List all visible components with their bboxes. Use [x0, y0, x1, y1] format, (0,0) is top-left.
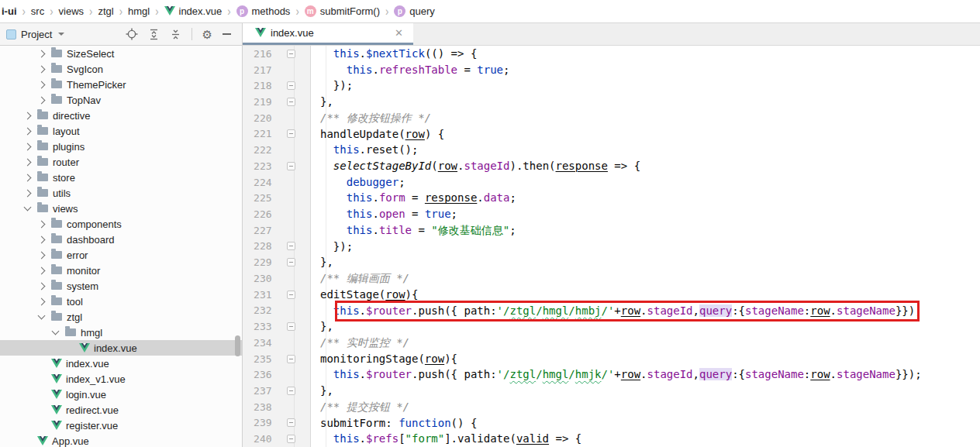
code-line[interactable]: this.$nextTick(() => { [320, 46, 980, 62]
tree-item-register-vue[interactable]: register.vue [0, 418, 242, 433]
tree-item-topnav[interactable]: TopNav [0, 92, 242, 108]
tree-item-monitor[interactable]: monitor [0, 263, 242, 278]
chevron-right-icon[interactable] [24, 189, 32, 197]
tree-item-index-vue[interactable]: index.vue [0, 356, 242, 371]
tree-item-svgicon[interactable]: SvgIcon [0, 61, 242, 77]
code-line[interactable]: submitForm: function() { [320, 415, 980, 432]
tree-item-hmgl[interactable]: hmgl [0, 325, 242, 340]
settings-gear-icon[interactable]: ⚙ [202, 29, 212, 40]
fold-marker[interactable] [287, 322, 295, 331]
code-line[interactable]: /** 编辑画面 */ [320, 270, 980, 287]
chevron-right-icon[interactable] [24, 127, 32, 135]
chevron-right-icon[interactable] [38, 297, 46, 305]
code-area[interactable]: this.$nextTick(() => { this.refreshTable… [311, 46, 980, 447]
code-line[interactable]: this.title = "修改基础信息"; [320, 222, 980, 239]
tree-item-components[interactable]: components [0, 216, 242, 232]
chevron-down-icon[interactable] [38, 312, 46, 320]
code-line[interactable]: }); [320, 77, 980, 94]
breadcrumb-item-submitform-[interactable]: msubmitForm() [303, 5, 381, 17]
code-line[interactable]: this.$router.push({ path:'/ztgl/hmgl/hmj… [320, 366, 980, 383]
code-line[interactable]: /** 实时监控 */ [320, 335, 980, 351]
code-line[interactable]: }, [320, 383, 980, 399]
code-line[interactable]: debugger; [320, 174, 980, 191]
chevron-right-icon[interactable] [24, 143, 32, 150]
breadcrumb-item-query[interactable]: pquery [392, 5, 437, 17]
tree-item-index-vue[interactable]: index.vue [0, 340, 242, 356]
code-editor[interactable]: 2162172182192202212222232242252262272282… [243, 46, 980, 447]
locate-icon[interactable] [126, 28, 138, 40]
chevron-right-icon[interactable] [38, 220, 46, 228]
chevron-right-icon[interactable] [24, 158, 32, 166]
code-line[interactable]: }, [320, 254, 980, 270]
fold-marker[interactable] [287, 291, 295, 299]
breadcrumb-item-i-ui[interactable]: i-ui [0, 5, 19, 17]
tree-item-redirect-vue[interactable]: redirect.vue [0, 402, 242, 418]
tree-item-dashboard[interactable]: dashboard [0, 232, 242, 247]
fold-marker[interactable] [287, 435, 295, 443]
tree-item-utils[interactable]: utils [0, 185, 242, 201]
code-line[interactable]: /** 提交按钮 */ [320, 399, 980, 415]
chevron-right-icon[interactable] [38, 50, 46, 57]
fold-marker[interactable] [287, 355, 295, 363]
code-line[interactable]: monitoringStage(row){ [320, 351, 980, 367]
tree-item-tool[interactable]: tool [0, 294, 242, 309]
code-line[interactable]: }, [320, 94, 980, 110]
chevron-right-icon[interactable] [38, 266, 46, 274]
tree-item-login-vue[interactable]: login.vue [0, 387, 242, 402]
code-line[interactable]: handleUpdate(row) { [320, 126, 980, 143]
tree-item-layout[interactable]: layout [0, 123, 242, 139]
fold-marker[interactable] [287, 81, 295, 90]
tree-item-system[interactable]: system [0, 278, 242, 294]
fold-marker[interactable] [287, 387, 295, 395]
chevron-right-icon[interactable] [38, 96, 46, 104]
chevron-down-icon[interactable] [52, 328, 60, 335]
breadcrumb-item-index-vue[interactable]: index.vue [163, 5, 224, 17]
chevron-down-icon[interactable] [24, 204, 32, 211]
tree-item-index-v1-vue[interactable]: index_v1.vue [0, 371, 242, 387]
tree-item-ztgl[interactable]: ztgl [0, 309, 242, 325]
code-line[interactable]: selectStageById(row.stageId).then(respon… [320, 158, 980, 174]
expand-all-icon[interactable] [148, 29, 160, 40]
chevron-right-icon[interactable] [38, 236, 46, 243]
editor-tab-index-vue[interactable]: index.vue ✕ [243, 23, 413, 45]
breadcrumb-item-hmgl[interactable]: hmgl [126, 5, 151, 17]
code-line[interactable]: this.refreshTable = true; [320, 62, 980, 78]
fold-marker[interactable] [287, 98, 295, 106]
code-line[interactable]: }, [320, 318, 980, 335]
fold-marker[interactable] [287, 258, 295, 266]
code-line[interactable]: /** 修改按钮操作 */ [320, 110, 980, 126]
fold-marker[interactable] [287, 50, 295, 58]
tree-item-store[interactable]: store [0, 170, 242, 185]
code-line[interactable]: editStage(row){ [320, 287, 980, 303]
close-icon[interactable]: ✕ [392, 27, 405, 39]
fold-marker[interactable] [287, 162, 295, 170]
tree-item-app-vue[interactable]: App.vue [0, 433, 242, 447]
tree-item-directive[interactable]: directive [0, 108, 242, 123]
fold-marker[interactable] [287, 242, 295, 250]
chevron-right-icon[interactable] [38, 282, 46, 290]
code-line[interactable]: this.reset(); [320, 142, 980, 158]
collapse-all-icon[interactable] [170, 29, 181, 40]
tree-item-error[interactable]: error [0, 247, 242, 263]
project-panel-title[interactable]: Project [21, 29, 52, 40]
fold-marker[interactable] [287, 418, 295, 427]
tree-item-plugins[interactable]: plugins [0, 139, 242, 154]
hide-panel-icon[interactable] [223, 33, 231, 35]
fold-marker[interactable] [287, 129, 295, 138]
chevron-right-icon[interactable] [24, 174, 32, 181]
breadcrumb-item-views[interactable]: views [57, 5, 86, 17]
project-scrollbar-thumb[interactable] [235, 335, 240, 356]
chevron-right-icon[interactable] [38, 251, 46, 259]
breadcrumb-item-ztgl[interactable]: ztgl [96, 5, 115, 17]
chevron-right-icon[interactable] [38, 81, 46, 88]
code-line[interactable]: this.$refs["form"].validate(valid => { [320, 431, 980, 447]
tree-item-views[interactable]: views [0, 201, 242, 216]
chevron-right-icon[interactable] [24, 112, 32, 119]
tree-item-themepicker[interactable]: ThemePicker [0, 77, 242, 92]
tree-item-sizeselect[interactable]: SizeSelect [0, 46, 242, 61]
chevron-down-icon[interactable] [58, 33, 64, 36]
code-line[interactable]: this.$router.push({ path:'/ztgl/hmgl/hmb… [320, 303, 980, 319]
breadcrumb-item-src[interactable]: src [29, 5, 46, 17]
chevron-right-icon[interactable] [38, 65, 46, 73]
code-line[interactable]: this.form = response.data; [320, 190, 980, 206]
